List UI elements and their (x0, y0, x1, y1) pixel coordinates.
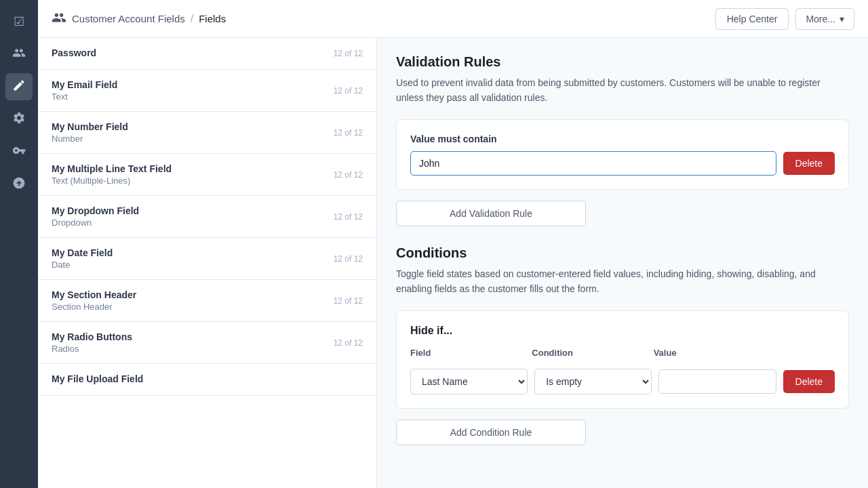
list-item-number[interactable]: My Number Field Number 12 of 12 (38, 112, 376, 154)
conditions-desc: Toggle field states based on customer-en… (396, 266, 849, 297)
breadcrumb-separator: / (191, 13, 193, 25)
sidebar-item-upload[interactable] (5, 171, 33, 198)
sidebar-item-users[interactable] (5, 41, 33, 68)
conditions-section: Conditions Toggle field states based on … (396, 245, 849, 445)
users-icon (12, 46, 26, 63)
condition-condition-header: Condition (532, 348, 646, 358)
check-icon: ☑ (14, 14, 24, 29)
condition-field-header: Field (410, 348, 525, 358)
condition-box-title: Hide if... (410, 325, 835, 337)
gear-icon (12, 111, 26, 128)
condition-field-select[interactable]: Last Name First Name Email Password (410, 369, 528, 394)
chevron-down-icon: ▾ (840, 14, 844, 24)
validation-rules-desc: Used to prevent invalid data from being … (396, 75, 849, 106)
add-validation-rule-button[interactable]: Add Validation Rule (396, 201, 586, 226)
condition-column-headers: Field Condition Value (410, 348, 835, 363)
sidebar-item-key[interactable] (5, 138, 33, 165)
condition-condition-select[interactable]: Is empty Is not empty Contains Does not … (534, 369, 652, 394)
validation-rule-input-row: Delete (410, 151, 835, 176)
condition-value-header: Value (654, 348, 768, 358)
list-item-section-header[interactable]: My Section Header Section Header 12 of 1… (38, 280, 376, 322)
right-panel: Validation Rules Used to prevent invalid… (377, 38, 868, 488)
list-item-file-upload[interactable]: My File Upload Field (38, 364, 376, 396)
main-container: Customer Account Fields / Fields Help Ce… (38, 0, 868, 488)
condition-row: Last Name First Name Email Password Is e… (410, 369, 835, 394)
breadcrumb-current: Fields (199, 13, 226, 24)
condition-box: Hide if... Field Condition Value (396, 310, 849, 409)
validation-rules-section: Validation Rules Used to prevent invalid… (396, 54, 849, 245)
breadcrumb: Customer Account Fields / Fields (52, 10, 226, 27)
sidebar-item-edit[interactable] (5, 73, 33, 100)
top-header: Customer Account Fields / Fields Help Ce… (38, 0, 868, 38)
validation-rules-title: Validation Rules (396, 54, 849, 70)
header-actions: Help Center More... ▾ (715, 8, 854, 30)
upload-icon (12, 176, 26, 193)
add-condition-rule-button[interactable]: Add Condition Rule (396, 420, 586, 445)
key-icon (12, 144, 26, 161)
validation-rule-box: Value must contain Delete (396, 119, 849, 190)
more-button-label: More... (806, 14, 835, 24)
edit-icon (12, 79, 26, 96)
conditions-title: Conditions (396, 245, 849, 261)
list-item-date[interactable]: My Date Field Date 12 of 12 (38, 238, 376, 280)
condition-delete-button[interactable]: Delete (783, 370, 835, 393)
list-item-dropdown[interactable]: My Dropdown Field Dropdown 12 of 12 (38, 196, 376, 238)
condition-value-input[interactable] (658, 369, 776, 394)
validation-rule-delete-button[interactable]: Delete (783, 152, 835, 175)
validation-rule-input[interactable] (410, 151, 776, 176)
more-button[interactable]: More... ▾ (795, 8, 854, 30)
list-item-multiline[interactable]: My Multiple Line Text Field Text (Multip… (38, 154, 376, 196)
validation-rule-label: Value must contain (410, 134, 835, 144)
list-item-email[interactable]: My Email Field Text 12 of 12 (38, 70, 376, 112)
list-item-radio[interactable]: My Radio Buttons Radios 12 of 12 (38, 322, 376, 364)
sidebar: ☑ (0, 0, 38, 488)
breadcrumb-icon (52, 10, 66, 27)
help-center-button[interactable]: Help Center (715, 8, 789, 30)
list-item-password[interactable]: Password 12 of 12 (38, 38, 376, 70)
content-area: Password 12 of 12 My Email Field Text 12… (38, 38, 868, 488)
breadcrumb-parent[interactable]: Customer Account Fields (72, 13, 185, 24)
sidebar-item-settings[interactable] (5, 106, 33, 133)
sidebar-item-check[interactable]: ☑ (5, 8, 33, 35)
left-panel: Password 12 of 12 My Email Field Text 12… (38, 38, 377, 488)
